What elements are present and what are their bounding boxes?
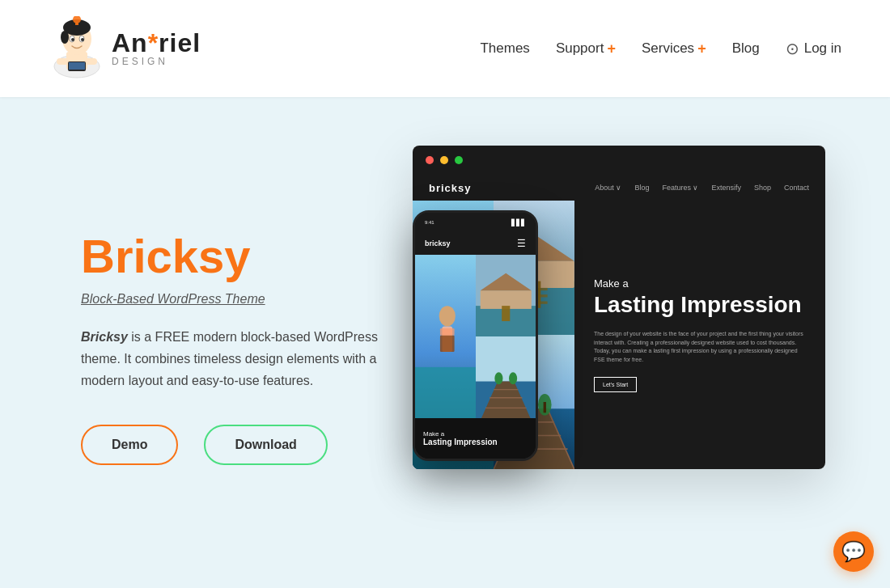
desktop-nav-about: About ∨: [595, 184, 621, 192]
mobile-img-2: [476, 255, 536, 336]
svg-rect-13: [69, 62, 85, 70]
hero-section: Bricksy Block-Based WordPress Theme Bric…: [0, 97, 890, 588]
mobile-bungalow-img: [476, 255, 536, 336]
desktop-logo: bricksy: [429, 182, 472, 194]
svg-rect-38: [544, 402, 546, 412]
svg-point-10: [81, 38, 84, 41]
logo[interactable]: An*riel DESIGN: [49, 16, 201, 81]
hero-description: Bricksy is a FREE modern block-based Wor…: [81, 326, 388, 392]
desktop-body-text: The design of your website is the face o…: [594, 330, 806, 364]
svg-point-56: [509, 372, 517, 384]
hero-bold: Bricksy: [81, 330, 128, 344]
svg-point-9: [71, 38, 74, 41]
mobile-time: 9:41: [425, 220, 434, 225]
desktop-make-text: Make a: [594, 277, 806, 290]
desktop-lasting-text: Lasting Impression: [594, 293, 806, 318]
mobile-mockup: 9:41 ▋▋▋ bricksy ☰: [413, 210, 538, 461]
mobile-logo: bricksy: [425, 239, 451, 247]
login-label: Log in: [804, 40, 841, 57]
mobile-dock-img: [476, 336, 536, 418]
main-nav: Themes Support + Services + Blog ⊙ Log i…: [480, 39, 841, 58]
mobile-beach-img: [415, 255, 476, 418]
mobile-status-bar: 9:41 ▋▋▋: [415, 213, 536, 232]
nav-item-support[interactable]: Support +: [556, 40, 616, 57]
desktop-nav-contact: Contact: [784, 184, 809, 192]
svg-point-41: [439, 306, 456, 326]
hero-subtitle: Block-Based WordPress Theme: [81, 292, 388, 307]
svg-rect-43: [440, 328, 455, 336]
header: An*riel DESIGN Themes Support + Services…: [0, 0, 890, 97]
hero-mockup: bricksy About ∨ Blog Features ∨ Extensif…: [437, 146, 825, 550]
desktop-nav-links: About ∨ Blog Features ∨ Extensify Shop C…: [595, 184, 809, 192]
mobile-footer-lasting: Lasting Impression: [423, 438, 528, 446]
logo-brand: An*riel: [112, 30, 201, 56]
logo-sub: DESIGN: [112, 56, 201, 67]
browser-close-dot: [426, 156, 434, 164]
chat-icon: 💬: [841, 540, 866, 563]
desktop-nav-blog: Blog: [634, 184, 649, 192]
mobile-img-1: [415, 255, 476, 418]
mobile-signal: ▋▋▋: [511, 219, 526, 226]
support-plus-icon: +: [607, 40, 616, 57]
browser-bar: [413, 146, 825, 175]
mobile-content: [415, 255, 536, 418]
desktop-nav-features: Features ∨: [662, 184, 698, 192]
hero-title: Bricksy: [81, 231, 388, 282]
svg-rect-49: [502, 306, 510, 321]
demo-button[interactable]: Demo: [81, 425, 178, 465]
mobile-footer-make: Make a: [423, 430, 528, 438]
login-button[interactable]: ⊙ Log in: [786, 39, 841, 58]
chat-bubble[interactable]: 💬: [833, 531, 874, 572]
desktop-nav-extensify: Extensify: [711, 184, 741, 192]
download-button[interactable]: Download: [204, 425, 327, 465]
hero-content: Bricksy Block-Based WordPress Theme Bric…: [81, 231, 388, 464]
logo-character-icon: [49, 16, 105, 81]
desktop-nav-bar: bricksy About ∨ Blog Features ∨ Extensif…: [413, 175, 825, 201]
desktop-hero-text: Make a Lasting Impression The design of …: [574, 201, 825, 469]
svg-point-55: [494, 372, 502, 384]
svg-point-6: [61, 31, 69, 44]
mobile-nav: bricksy ☰: [415, 232, 536, 255]
logo-text: An*riel DESIGN: [112, 30, 201, 67]
services-plus-icon: +: [697, 40, 706, 57]
mobile-menu-icon[interactable]: ☰: [517, 238, 526, 249]
desktop-nav-shop: Shop: [754, 184, 771, 192]
desktop-cta-button[interactable]: Let's Start: [594, 377, 637, 392]
browser-minimize-dot: [440, 156, 448, 164]
browser-maximize-dot: [455, 156, 463, 164]
mobile-footer: Make a Lasting Impression: [415, 418, 536, 459]
user-circle-icon: ⊙: [786, 39, 799, 58]
svg-rect-40: [415, 367, 476, 418]
svg-rect-44: [440, 336, 455, 352]
hero-buttons: Demo Download: [81, 425, 388, 465]
nav-item-services[interactable]: Services +: [642, 40, 706, 57]
nav-item-blog[interactable]: Blog: [732, 40, 760, 57]
nav-item-themes[interactable]: Themes: [480, 40, 529, 57]
mobile-img-3: [476, 336, 536, 418]
